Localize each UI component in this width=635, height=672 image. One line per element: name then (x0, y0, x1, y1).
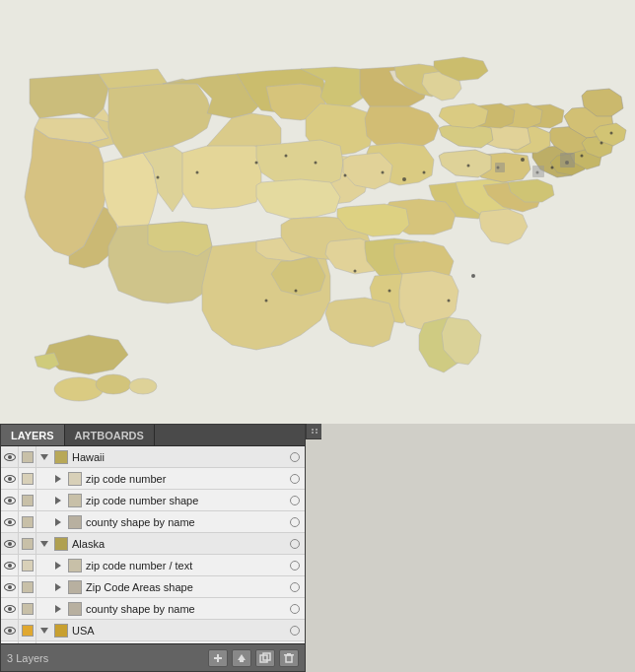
expand-arrow-alaska-zip-text[interactable] (50, 562, 66, 570)
layer-row-usa[interactable]: USA (1, 620, 305, 641)
color-swatch-hawaii (19, 446, 36, 467)
layer-row-hawaii-county[interactable]: county shape by name (1, 511, 305, 533)
svg-rect-96 (532, 166, 544, 177)
visibility-icon-hawaii-county[interactable] (1, 511, 19, 532)
color-swatch-hawaii-zip-number (19, 468, 36, 489)
svg-marker-100 (238, 654, 246, 660)
tab-artboards[interactable]: ARTBOARDS (65, 425, 155, 445)
layers-panel: LAYERS ARTBOARDS Hawaiizip code numberzi… (0, 424, 306, 672)
visibility-icon-alaska-county[interactable] (1, 598, 19, 619)
svg-marker-24 (256, 179, 340, 219)
layer-row-usa-zip-area-text[interactable]: zip code area number /text (1, 641, 305, 643)
layer-thumbnail-usa (52, 624, 70, 638)
layer-row-alaska[interactable]: Alaska (1, 533, 305, 555)
target-icon-usa[interactable] (285, 626, 305, 636)
layer-thumbnail-hawaii-county (66, 515, 84, 529)
new-layer-button[interactable] (208, 649, 228, 667)
layer-name-usa: USA (72, 625, 285, 637)
svg-rect-99 (217, 654, 219, 662)
expand-arrow-hawaii[interactable] (36, 454, 52, 460)
svg-point-83 (344, 174, 347, 177)
svg-point-92 (354, 270, 357, 273)
layer-row-hawaii[interactable]: Hawaii (1, 446, 305, 468)
svg-marker-1 (30, 74, 108, 118)
color-swatch-hawaii-zip-shape (19, 490, 36, 510)
layers-count: 3 Layers (7, 652, 204, 664)
visibility-icon-usa-zip-area-text[interactable] (1, 641, 19, 643)
visibility-icon-alaska-zip-shape[interactable] (1, 576, 19, 597)
expand-arrow-usa[interactable] (36, 628, 52, 634)
delete-button[interactable] (279, 649, 299, 667)
color-swatch-alaska-zip-shape (19, 576, 36, 597)
layer-row-alaska-zip-shape[interactable]: Zip Code Areas shape (1, 576, 305, 598)
map-area (0, 0, 635, 424)
target-icon-alaska[interactable] (285, 539, 305, 549)
svg-point-85 (285, 155, 288, 158)
layers-list[interactable]: Hawaiizip code numberzip code number sha… (1, 446, 305, 643)
expand-arrow-alaska[interactable] (36, 541, 52, 547)
target-icon-alaska-zip-text[interactable] (285, 561, 305, 571)
duplicate-button[interactable] (255, 649, 275, 667)
svg-marker-11 (182, 143, 261, 209)
layer-name-alaska-zip-text: zip code number / text (86, 560, 285, 571)
expand-arrow-hawaii-zip-number[interactable] (50, 475, 66, 483)
tab-layers[interactable]: LAYERS (1, 425, 65, 445)
svg-point-74 (581, 155, 584, 158)
color-swatch-alaska-zip-text (19, 555, 36, 575)
svg-point-88 (157, 176, 160, 179)
layer-name-hawaii-zip-number: zip code number (86, 473, 285, 485)
layer-row-hawaii-zip-number[interactable]: zip code number (1, 468, 305, 490)
panel-footer: 3 Layers (1, 643, 305, 671)
layer-thumbnail-alaska-zip-text (66, 559, 84, 572)
panel-tabs: LAYERS ARTBOARDS (1, 425, 305, 446)
layer-thumbnail-alaska-county (66, 602, 84, 616)
target-icon-alaska-county[interactable] (285, 604, 305, 614)
visibility-icon-alaska-zip-text[interactable] (1, 555, 19, 575)
visibility-icon-hawaii[interactable] (1, 446, 19, 467)
panel-resize-handle[interactable] (306, 424, 321, 439)
svg-rect-106 (287, 653, 291, 655)
visibility-icon-usa[interactable] (1, 620, 19, 640)
visibility-icon-hawaii-zip-shape[interactable] (1, 490, 19, 510)
svg-point-90 (448, 300, 451, 302)
layer-row-hawaii-zip-shape[interactable]: zip code number shape (1, 490, 305, 511)
svg-point-72 (551, 167, 554, 169)
color-swatch-usa-zip-area-text (19, 641, 36, 643)
expand-arrow-alaska-county[interactable] (50, 605, 66, 613)
expand-arrow-hawaii-zip-shape[interactable] (50, 497, 66, 504)
layer-thumbnail-hawaii-zip-shape (66, 494, 84, 507)
svg-point-80 (423, 171, 426, 174)
layer-name-alaska-county: county shape by name (86, 603, 285, 615)
expand-arrow-alaska-zip-shape[interactable] (50, 583, 66, 591)
svg-point-77 (521, 158, 525, 162)
svg-point-67 (96, 374, 131, 394)
svg-point-82 (382, 171, 385, 174)
target-icon-alaska-zip-shape[interactable] (285, 582, 305, 592)
color-swatch-hawaii-county (19, 511, 36, 532)
expand-arrow-hawaii-county[interactable] (50, 518, 66, 526)
target-icon-hawaii[interactable] (285, 452, 305, 462)
svg-rect-97 (495, 163, 505, 172)
target-icon-hawaii-zip-number[interactable] (285, 474, 305, 484)
visibility-icon-alaska[interactable] (1, 533, 19, 554)
svg-point-68 (129, 378, 157, 394)
layer-thumbnail-hawaii-zip-number (66, 472, 84, 486)
visibility-icon-hawaii-zip-number[interactable] (1, 468, 19, 489)
layer-row-alaska-county[interactable]: county shape by name (1, 598, 305, 620)
svg-rect-101 (240, 660, 244, 662)
svg-point-66 (54, 377, 104, 401)
layer-thumbnail-hawaii (52, 450, 70, 464)
layer-name-alaska: Alaska (72, 538, 285, 550)
move-up-button[interactable] (232, 649, 251, 667)
color-swatch-alaska (19, 533, 36, 554)
svg-point-91 (388, 290, 391, 293)
svg-point-89 (471, 274, 475, 278)
target-icon-hawaii-zip-shape[interactable] (285, 496, 305, 505)
svg-point-79 (467, 165, 470, 168)
svg-point-84 (315, 162, 318, 165)
svg-point-94 (265, 300, 268, 302)
layer-thumbnail-alaska-zip-shape (66, 580, 84, 594)
target-icon-hawaii-county[interactable] (285, 517, 305, 527)
svg-point-87 (196, 171, 199, 174)
layer-row-alaska-zip-text[interactable]: zip code number / text (1, 555, 305, 576)
